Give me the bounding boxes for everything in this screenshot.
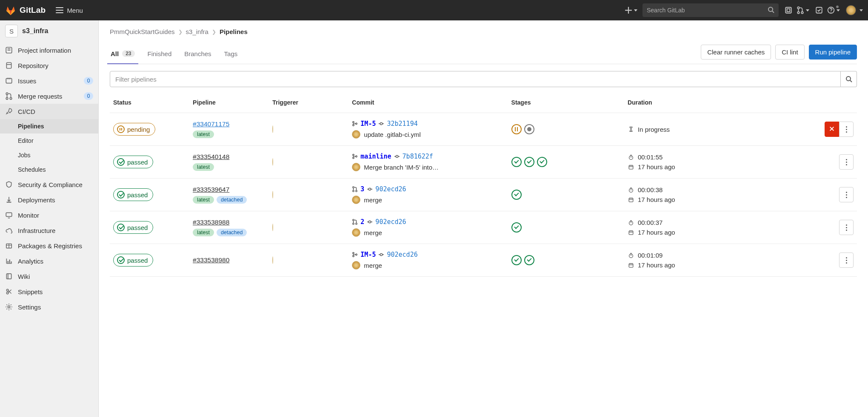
sidebar-item-analytics[interactable]: Analytics [0, 253, 98, 269]
pipeline-tag-latest: latest [193, 163, 214, 171]
pipeline-id-link[interactable]: #334071175 [193, 120, 229, 128]
sidebar-subitem-jobs[interactable]: Jobs [0, 148, 98, 162]
breadcrumb-project[interactable]: s3_infra [186, 28, 208, 35]
stage-passed-icon[interactable] [524, 157, 534, 167]
commit-ref-link[interactable]: mainline [360, 153, 391, 160]
pipeline-id-link[interactable]: #333538980 [193, 256, 229, 264]
tab-all[interactable]: All23 [110, 45, 136, 64]
filter-bar [110, 71, 857, 87]
pipeline-id-link[interactable]: #333539647 [193, 186, 229, 193]
tab-tags[interactable]: Tags [223, 45, 239, 64]
pipeline-actions-menu[interactable] [839, 122, 854, 137]
stage-passed-icon[interactable] [537, 157, 547, 167]
tab-finished[interactable]: Finished [147, 45, 173, 64]
status-badge[interactable]: passed [113, 221, 153, 234]
stage-passed-icon[interactable] [511, 157, 522, 167]
triggerer-avatar[interactable] [272, 224, 273, 231]
triggerer-avatar[interactable] [272, 125, 273, 133]
stage-passed-icon[interactable] [524, 255, 534, 265]
run-pipeline-button[interactable]: Run pipeline [809, 45, 857, 60]
sidebar-item-wiki[interactable]: Wiki [0, 269, 98, 284]
commit-sha-icon [367, 219, 373, 225]
merge-requests-shortcut[interactable] [796, 3, 810, 18]
stopwatch-icon [628, 187, 634, 193]
gitlab-logo[interactable]: GitLab [5, 5, 46, 16]
status-passed-icon [117, 158, 125, 166]
top-navbar: GitLab Menu [0, 0, 868, 20]
sidebar-item-monitor[interactable]: Monitor [0, 207, 98, 223]
todos-shortcut[interactable] [812, 3, 826, 18]
filter-input-wrapper[interactable] [110, 71, 841, 87]
pipeline-actions-menu[interactable] [839, 154, 854, 170]
ci-lint-button[interactable]: CI lint [775, 45, 804, 60]
chevron-right-icon: ❯ [212, 29, 216, 35]
pipeline-id-link[interactable]: #333540148 [193, 153, 229, 160]
commit-ref-link[interactable]: IM-5 [360, 120, 376, 128]
stage-created-icon[interactable] [524, 124, 534, 134]
pipeline-id-link[interactable]: #333538988 [193, 218, 229, 226]
commit-sha-link[interactable]: 902ecd26 [375, 218, 406, 226]
sidebar-item-packages-registries[interactable]: Packages & Registries [0, 238, 98, 253]
sidebar-subitem-editor[interactable]: Editor [0, 133, 98, 148]
sidebar-subitem-schedules[interactable]: Schedules [0, 162, 98, 177]
sidebar-item-infrastructure[interactable]: Infrastructure [0, 223, 98, 238]
triggerer-avatar[interactable] [272, 191, 273, 199]
status-badge[interactable]: passed [113, 156, 153, 168]
sidebar-item-settings[interactable]: Settings [0, 299, 98, 315]
sidebar-item-project-information[interactable]: Project information [0, 43, 98, 58]
calendar-icon [628, 196, 634, 203]
sidebar-subitem-pipelines[interactable]: Pipelines [0, 119, 98, 133]
commit-ref-link[interactable]: IM-5 [360, 251, 376, 258]
commit-author-avatar[interactable] [352, 196, 360, 204]
cancel-pipeline-button[interactable] [825, 122, 839, 137]
triggerer-avatar[interactable] [272, 158, 273, 166]
commit-sha-link[interactable]: 7b81622f [403, 153, 433, 160]
filter-search-button[interactable] [841, 71, 857, 87]
cloud-icon [5, 227, 13, 234]
pipeline-actions-menu[interactable] [839, 187, 854, 202]
svg-point-40 [353, 125, 354, 126]
calendar-icon [628, 164, 634, 170]
filter-input[interactable] [115, 76, 835, 83]
tab-branches[interactable]: Branches [183, 45, 212, 64]
menu-button[interactable]: Menu [56, 7, 83, 14]
status-badge[interactable]: passed [113, 188, 153, 201]
user-menu[interactable] [842, 5, 863, 15]
status-badge[interactable]: pending [113, 123, 155, 136]
stage-passed-icon[interactable] [511, 222, 522, 233]
status-badge[interactable]: passed [113, 254, 153, 267]
commit-sha-link[interactable]: 902ecd26 [387, 251, 417, 258]
commit-author-avatar[interactable] [352, 261, 360, 269]
sidebar-item-merge-requests[interactable]: Merge requests0 [0, 88, 98, 104]
svg-point-36 [8, 306, 10, 308]
sidebar-item-security-compliance[interactable]: Security & Compliance [0, 177, 98, 192]
commit-sha-icon [378, 252, 384, 258]
col-commit: Commit [348, 95, 508, 113]
help-dropdown[interactable] [826, 3, 841, 18]
global-search[interactable] [642, 3, 779, 17]
stage-passed-icon[interactable] [511, 255, 522, 265]
commit-ref-link[interactable]: 3 [360, 185, 364, 193]
sidebar-item-issues[interactable]: Issues0 [0, 73, 98, 88]
sidebar-item-ci-cd[interactable]: CI/CD [0, 104, 98, 119]
global-search-input[interactable] [647, 7, 768, 14]
stage-passed-icon[interactable] [511, 190, 522, 200]
new-dropdown[interactable] [624, 3, 638, 18]
commit-ref-link[interactable]: 2 [360, 218, 364, 226]
pipeline-actions-menu[interactable] [839, 220, 854, 235]
commit-author-avatar[interactable] [352, 228, 360, 237]
project-header[interactable]: S s3_infra [0, 20, 98, 43]
pipeline-actions-menu[interactable] [839, 252, 854, 268]
issues-shortcut[interactable] [781, 3, 796, 18]
breadcrumb-group[interactable]: PmmQuickStartGuides [110, 28, 175, 35]
stage-pending-icon[interactable] [511, 124, 522, 134]
triggerer-avatar[interactable] [272, 256, 273, 264]
sidebar-item-repository[interactable]: Repository [0, 58, 98, 73]
sidebar-item-deployments[interactable]: Deployments [0, 192, 98, 207]
commit-sha-link[interactable]: 32b21194 [387, 120, 417, 128]
sidebar-item-snippets[interactable]: Snippets [0, 284, 98, 299]
commit-author-avatar[interactable] [352, 130, 360, 139]
clear-runner-caches-button[interactable]: Clear runner caches [701, 45, 771, 60]
commit-sha-link[interactable]: 902ecd26 [375, 185, 406, 193]
commit-author-avatar[interactable] [352, 163, 360, 171]
